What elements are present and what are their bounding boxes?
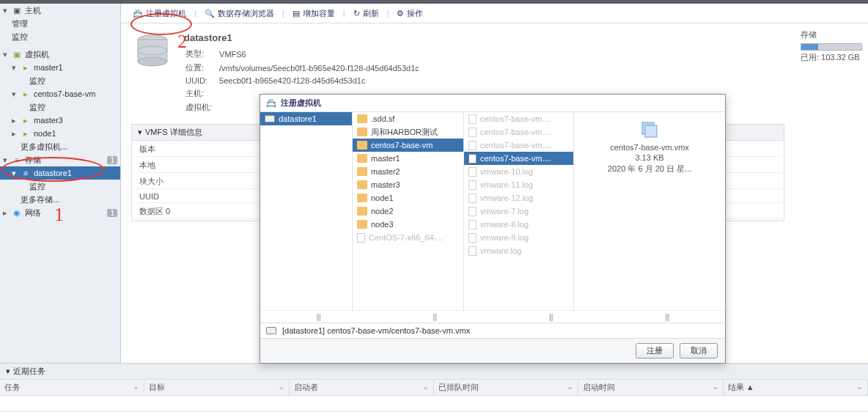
dialog-col-folders: .sdd.sf周和HARBOR测试centos7-base-vmmaster1m… (353, 112, 464, 310)
vm-label: master1 (34, 63, 63, 72)
sidebar-storage[interactable]: ▾≡存储1 (0, 153, 120, 166)
file-icon (468, 167, 477, 177)
dialog-folder-item[interactable]: node1 (353, 191, 463, 205)
host-icon: ▣ (12, 5, 22, 15)
dialog-file-item[interactable]: vmware-9.log (464, 231, 573, 244)
vmfs-title: VMFS 详细信息 (145, 128, 202, 136)
dialog-folder-item[interactable]: master1 (353, 152, 463, 165)
dialog-file-item[interactable]: vmware-11.log (464, 178, 573, 191)
datastore-icon (265, 115, 275, 122)
sidebar-network[interactable]: ▸◉网络1 (0, 206, 120, 219)
dialog-file-item[interactable]: vmware-10.log (464, 165, 573, 178)
actions-button[interactable]: ⚙操作 (392, 7, 427, 21)
sidebar-monitor[interactable]: 监控 (0, 30, 120, 43)
sidebar-vm-centos7[interactable]: ▾▸centos7-base-vm (0, 87, 120, 100)
refresh-button[interactable]: ↻刷新 (349, 7, 383, 21)
svg-rect-5 (645, 125, 657, 137)
sidebar-ds-monitor[interactable]: 监控 (0, 180, 120, 193)
file-icon (468, 180, 477, 190)
preview-size: 3.13 KB (635, 153, 663, 162)
storage-label: 存储 (801, 29, 862, 40)
vm-group-label: 虚拟机 (25, 49, 49, 60)
sidebar-vm-master1[interactable]: ▾▸master1 (0, 61, 120, 74)
preview-name: centos7-base-vm.vmx (610, 143, 689, 152)
dialog-col-datastores: datastore1 (260, 112, 353, 310)
datastore-cylinder-icon (134, 32, 171, 69)
dialog-file-item[interactable]: vmware-8.log (464, 218, 573, 231)
sidebar-vm-monitor2[interactable]: 监控 (0, 100, 120, 114)
file-icon (468, 246, 477, 256)
task-col-start[interactable]: 启动时间⌄ (578, 380, 723, 395)
increase-button[interactable]: ▤增加容量 (288, 7, 339, 21)
datastore-icon: ≡ (21, 168, 31, 178)
sidebar: ▾▣主机 管理 监控 ▾▣虚拟机 ▾▸master1 监控 ▾▸centos7-… (0, 4, 121, 363)
manage-label: 管理 (12, 18, 28, 29)
task-col-target[interactable]: 目标⌄ (144, 380, 289, 395)
sidebar-vm-node1[interactable]: ▸▸node1 (0, 127, 120, 140)
file-icon (468, 194, 477, 203)
file-icon (468, 114, 477, 124)
refresh-icon: ↻ (353, 9, 360, 18)
dialog-path-bar: [datastore1] centos7-base-vm/centos7-bas… (260, 323, 725, 338)
dialog-folder-item[interactable]: master2 (353, 165, 463, 178)
sidebar-vm-group[interactable]: ▾▣虚拟机 (0, 48, 120, 61)
dialog-file-item[interactable]: centos7-base-vm.... (464, 139, 573, 152)
task-col-queued[interactable]: 已排队时间⌄ (434, 380, 578, 395)
storage-used: 已用: 103.32 GB (801, 52, 862, 63)
storage-bar (801, 43, 862, 51)
sidebar-vm-master3[interactable]: ▸▸master3 (0, 114, 120, 127)
dialog-file-item[interactable]: vmware-7.log (464, 205, 573, 218)
dialog-file-item[interactable]: vmware.log (464, 244, 573, 257)
dialog-folder-item[interactable]: .sdd.sf (353, 112, 463, 125)
dialog-file-item[interactable]: vmware-12.log (464, 191, 573, 205)
cancel-button[interactable]: 取消 (680, 343, 718, 358)
sidebar-more-storage[interactable]: 更多存储... (0, 193, 120, 206)
sidebar-vm-monitor1[interactable]: 监控 (0, 74, 120, 87)
dialog-datastore-item[interactable]: datastore1 (260, 112, 352, 125)
folder-icon (357, 167, 367, 176)
dialog-folder-item[interactable]: CentOS-7-x86_64-... (353, 231, 463, 244)
sidebar-datastore1[interactable]: ▾≡datastore1 (0, 166, 120, 180)
dialog-folder-item[interactable]: 周和HARBOR测试 (353, 125, 463, 139)
dialog-col-files: centos7-base-vm....centos7-base-vm....ce… (464, 112, 574, 310)
folder-icon (357, 194, 367, 202)
dialog-preview: centos7-base-vm.vmx 3.13 KB 2020 年 6 月 2… (574, 112, 725, 310)
gear-icon: ⚙ (397, 9, 404, 18)
vm-group-icon: ▣ (12, 49, 22, 59)
folder-icon (357, 154, 367, 163)
register-icon: 📇 (266, 98, 276, 108)
file-icon (468, 220, 477, 229)
dialog-file-item[interactable]: centos7-base-vm.... (464, 112, 573, 125)
datastore-icon (266, 327, 276, 334)
file-icon (468, 141, 477, 150)
dialog-file-item[interactable]: centos7-base-vm.... (464, 125, 573, 139)
storage-badge: 1 (107, 156, 117, 164)
svg-point-2 (138, 57, 167, 66)
dialog-folder-item[interactable]: centos7-base-vm (353, 139, 463, 152)
sidebar-host[interactable]: ▾▣主机 (0, 4, 120, 17)
register-vm-dialog: 📇注册虚拟机 datastore1 .sdd.sf周和HARBOR测试cento… (260, 94, 726, 364)
increase-icon: ▤ (293, 9, 300, 18)
task-col-result[interactable]: 结果 ▲⌄ (724, 380, 868, 395)
task-col-initiator[interactable]: 启动者⌄ (290, 380, 434, 395)
dialog-folder-item[interactable]: node2 (353, 205, 463, 218)
host-label: 主机 (25, 5, 41, 16)
register-button[interactable]: 注册 (636, 343, 674, 358)
file-icon (468, 128, 477, 137)
ds-browser-button[interactable]: 🔍数据存储浏览器 (200, 7, 279, 21)
dialog-file-item[interactable]: centos7-base-vm.... (464, 152, 573, 165)
register-vm-button[interactable]: 📇注册虚拟机 (128, 7, 191, 21)
sidebar-manage[interactable]: 管理 (0, 17, 120, 30)
dialog-folder-item[interactable]: master3 (353, 178, 463, 191)
task-col-task[interactable]: 任务⌄ (0, 380, 144, 395)
file-icon (468, 233, 477, 243)
file-icon (468, 154, 477, 163)
vm-icon: ▸ (21, 89, 31, 99)
dialog-folder-item[interactable]: node3 (353, 218, 463, 231)
vm-label: centos7-base-vm (34, 89, 95, 98)
vm-icon: ▸ (21, 62, 31, 73)
register-icon: 📇 (133, 9, 143, 18)
preview-date: 2020 年 6 月 20 日 星... (608, 163, 691, 174)
tasks-title: 近期任务 (13, 367, 45, 375)
sidebar-more-vm[interactable]: 更多虚拟机... (0, 140, 120, 153)
